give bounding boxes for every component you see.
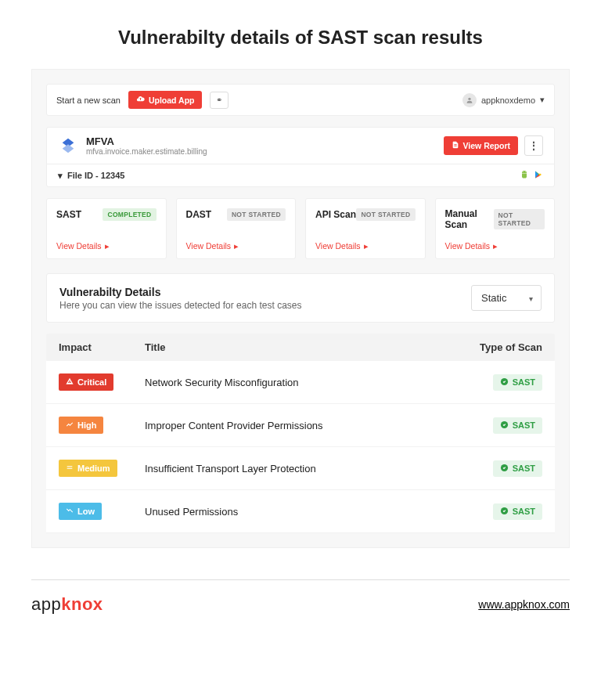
scan-type-label: SAST (513, 507, 535, 516)
link-icon: ⚭ (216, 96, 222, 104)
check-circle-icon (500, 464, 509, 474)
vulnerability-title: Improper Content Provider Permissions (145, 420, 456, 431)
appknox-logo: appknox (31, 594, 103, 615)
view-details-link[interactable]: View Details ▸ (445, 241, 545, 251)
impact-label: Medium (77, 464, 110, 473)
page-title: Vulnerabilty details of SAST scan result… (0, 0, 601, 69)
table-row[interactable]: Low Unused Permissions SAST (46, 490, 555, 533)
vulnerability-details-title: Vulnerabilty Details (59, 286, 302, 298)
user-name: appknoxdemo (481, 96, 535, 105)
scan-cards-row: SAST COMPLETED View Details ▸ DAST NOT S… (46, 198, 555, 259)
header-title: Title (145, 341, 456, 353)
scan-type-badge: SAST (493, 417, 542, 434)
table-row[interactable]: Medium Insufficient Transport Layer Prot… (46, 447, 555, 490)
chevron-right-icon: ▸ (364, 241, 369, 251)
check-circle-icon (500, 377, 509, 388)
view-details-link[interactable]: View Details ▸ (315, 241, 416, 251)
scan-name: API Scan (315, 209, 356, 220)
table-header: Impact Title Type of Scan (46, 334, 555, 361)
app-card: MFVA mfva.invoice.maker.estimate.billing… (46, 127, 555, 187)
app-actions: View Report ⋮ (444, 135, 544, 156)
footer-url[interactable]: www.appknox.com (478, 598, 570, 611)
view-details-label: View Details (315, 241, 361, 251)
status-badge: NOT STARTED (227, 208, 286, 221)
caret-down-icon: ▾ (529, 294, 533, 302)
scan-name: Manual Scan (445, 208, 494, 230)
impact-badge-medium: Medium (59, 460, 117, 477)
status-badge: NOT STARTED (356, 208, 415, 221)
header-impact: Impact (59, 341, 145, 353)
svg-point-0 (468, 97, 470, 99)
scan-type-label: SAST (513, 420, 535, 430)
scan-name: SAST (56, 209, 81, 220)
vulnerability-details-header: Vulnerabilty Details Here you can view t… (46, 273, 555, 323)
scan-type-filter[interactable]: Static ▾ (471, 285, 542, 311)
impact-label: Low (77, 507, 95, 516)
file-id-label: File ID - 12345 (67, 171, 124, 180)
scan-type-label: SAST (513, 464, 535, 473)
scan-type-badge: SAST (493, 503, 542, 520)
start-scan-label: Start a new scan (56, 96, 121, 105)
scan-card: SAST COMPLETED View Details ▸ (46, 198, 167, 259)
user-avatar-icon (462, 93, 477, 107)
cloud-upload-icon (136, 95, 145, 105)
check-circle-icon (500, 507, 509, 517)
chevron-right-icon: ▸ (105, 241, 110, 251)
upload-app-label: Upload App (149, 96, 195, 105)
top-bar: Start a new scan Upload App ⚭ appknoxdem… (46, 84, 555, 116)
caret-down-icon: ▾ (58, 171, 63, 181)
view-details-label: View Details (56, 241, 102, 251)
scan-name: DAST (186, 209, 212, 220)
header-type: Type of Scan (456, 341, 542, 353)
table-body: Critical Network Security Misconfigurati… (46, 361, 555, 533)
view-report-label: View Report (463, 141, 511, 150)
app-info: MFVA mfva.invoice.maker.estimate.billing (58, 135, 207, 156)
severity-icon (66, 377, 74, 387)
vulnerability-title: Network Security Misconfiguration (145, 377, 456, 388)
view-details-label: View Details (186, 241, 232, 251)
upload-app-button[interactable]: Upload App (128, 91, 203, 109)
view-details-link[interactable]: View Details ▸ (186, 241, 286, 251)
user-menu[interactable]: appknoxdemo ▾ (462, 93, 545, 107)
scan-card: API Scan NOT STARTED View Details ▸ (305, 198, 426, 259)
footer: appknox www.appknox.com (31, 579, 570, 615)
dashboard: Start a new scan Upload App ⚭ appknoxdem… (31, 69, 570, 548)
android-icon (520, 170, 529, 181)
impact-badge-high: High (59, 417, 103, 434)
filter-value: Static (481, 292, 507, 304)
scan-type-badge: SAST (493, 460, 542, 477)
scan-card: Manual Scan NOT STARTED View Details ▸ (435, 198, 556, 259)
file-id[interactable]: ▾ File ID - 12345 (58, 171, 124, 181)
status-badge: COMPLETED (103, 208, 156, 221)
scan-card: DAST NOT STARTED View Details ▸ (176, 198, 297, 259)
severity-icon (66, 507, 74, 516)
severity-icon (66, 464, 74, 473)
view-details-label: View Details (445, 241, 491, 251)
impact-label: High (77, 420, 96, 430)
chevron-right-icon: ▸ (493, 241, 498, 251)
app-icon (58, 135, 78, 156)
app-name: MFVA (86, 135, 207, 147)
caret-down-icon: ▾ (540, 95, 545, 105)
table-row[interactable]: High Improper Content Provider Permissio… (46, 404, 555, 447)
vulnerability-title: Unused Permissions (145, 506, 456, 518)
table-row[interactable]: Critical Network Security Misconfigurati… (46, 361, 555, 404)
check-circle-icon (500, 420, 509, 431)
app-header: MFVA mfva.invoice.maker.estimate.billing… (47, 128, 554, 164)
impact-badge-low: Low (59, 503, 102, 520)
view-details-link[interactable]: View Details ▸ (56, 241, 157, 251)
vulnerability-title: Insufficient Transport Layer Protection (145, 463, 456, 474)
scan-type-badge: SAST (493, 374, 542, 391)
impact-badge-critical: Critical (59, 373, 113, 391)
status-badge: NOT STARTED (494, 209, 545, 229)
vulnerability-table: Impact Title Type of Scan Critical Netwo… (46, 334, 555, 533)
scan-type-label: SAST (513, 377, 535, 387)
link-button[interactable]: ⚭ (210, 92, 229, 109)
severity-icon (66, 420, 74, 430)
logo-knox: knox (61, 594, 103, 614)
more-menu-button[interactable]: ⋮ (524, 135, 543, 156)
view-report-button[interactable]: View Report (444, 136, 519, 155)
platform-icons (520, 170, 543, 181)
play-store-icon (534, 170, 543, 181)
logo-app: app (31, 594, 61, 614)
